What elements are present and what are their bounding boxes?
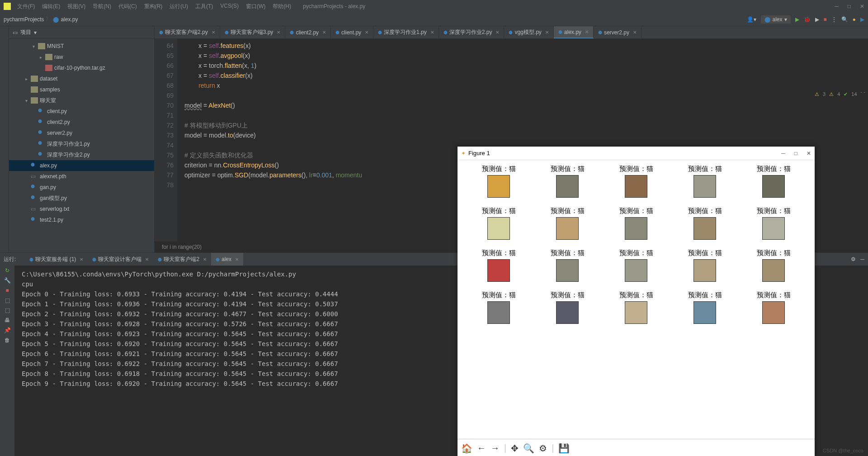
subplots-icon[interactable]: ⚙ — [539, 443, 547, 454]
maximize-icon[interactable]: □ — [848, 3, 851, 10]
more-icon[interactable]: ⋮ — [831, 16, 837, 23]
forward-icon[interactable]: → — [491, 443, 500, 453]
close-tab-icon[interactable]: ✕ — [212, 30, 215, 35]
menu-item[interactable]: 编辑(E) — [39, 2, 63, 11]
tree-item[interactable]: ⬤alex.py — [9, 160, 154, 171]
coverage-icon[interactable]: ▶ — [815, 16, 819, 23]
editor-tab[interactable]: ⬤server2.py✕ — [594, 26, 642, 38]
wrench-icon[interactable]: 🔧 — [4, 277, 11, 284]
pan-icon[interactable]: ✥ — [511, 443, 519, 454]
close-tab-icon[interactable]: ✕ — [585, 29, 589, 34]
close-tab-icon[interactable]: ✕ — [633, 30, 637, 35]
breadcrumb-root[interactable]: pycharmProjects — [4, 16, 44, 23]
trash-icon[interactable]: 🗑 — [5, 337, 10, 343]
sidebar-header[interactable]: ▭ 项目 ▾ — [9, 26, 154, 39]
gear-icon[interactable]: ⚙ — [851, 256, 856, 262]
close-tab-icon[interactable]: ✕ — [545, 30, 549, 35]
tree-item[interactable]: ▸dataset — [9, 73, 154, 84]
close-icon[interactable]: ✕ — [860, 3, 864, 10]
close-icon[interactable]: ✕ — [807, 150, 811, 157]
menu-item[interactable]: 窗口(W) — [243, 2, 268, 11]
chevron-icon[interactable]: ˆ ˇ — [861, 91, 865, 97]
minimize-icon[interactable]: ─ — [781, 150, 785, 157]
editor-tab[interactable]: ⬤client.py✕ — [331, 26, 373, 38]
tree-item[interactable]: ⬤gan.py — [9, 182, 154, 193]
figure-titlebar[interactable]: ✦ Figure 1 ─ □ ✕ — [458, 147, 815, 160]
editor-tab[interactable]: ⬤深度学习作业2.py✕ — [439, 26, 505, 38]
tree-item[interactable]: ▾MNIST — [9, 41, 154, 52]
tree-item[interactable]: ▾聊天室 — [9, 95, 154, 106]
pin-icon[interactable]: 📌 — [4, 327, 11, 333]
user-icon[interactable]: 👤▾ — [747, 16, 756, 23]
breadcrumb-file[interactable]: alex.py — [61, 16, 78, 23]
figure-body: 预测值：猫预测值：猫预测值：猫预测值：猫预测值：猫预测值：猫预测值：猫预测值：猫… — [458, 160, 815, 328]
tree-item[interactable]: ⬤深度学习作业1.py — [9, 138, 154, 149]
stop-icon[interactable]: ■ — [824, 16, 827, 23]
close-tab-icon[interactable]: ✕ — [322, 30, 326, 35]
close-tab-icon[interactable]: ✕ — [277, 30, 280, 35]
breadcrumb[interactable]: pycharmProjects 〉 ⬤ alex.py — [4, 15, 78, 23]
sync-icon[interactable]: ▶ — [860, 16, 864, 23]
run-tab[interactable]: ⬤聊天室设计客户端✕ — [88, 253, 153, 266]
tree-item[interactable]: ⬤test2.1.py — [9, 214, 154, 225]
thumbnail-image — [693, 301, 716, 324]
editor-tab[interactable]: ⬤client2.py✕ — [285, 26, 331, 38]
warning-icon: ⚠ — [829, 91, 834, 97]
menu-item[interactable]: 文件(F) — [14, 2, 38, 11]
tree-item[interactable]: cifar-10-python.tar.gz — [9, 62, 154, 73]
tree-item[interactable]: ⬤client2.py — [9, 117, 154, 128]
tree-item[interactable]: samples — [9, 84, 154, 95]
warning-icon: ⚠ — [815, 91, 819, 97]
layout-icon[interactable]: ⬚ — [5, 297, 10, 304]
menu-item[interactable]: 导航(N) — [90, 2, 114, 11]
search-icon[interactable]: 🔍 — [841, 16, 848, 23]
editor-tab[interactable]: ⬤vgg模型.py✕ — [504, 26, 553, 38]
maximize-icon[interactable]: □ — [794, 150, 797, 157]
stop-icon[interactable]: ■ — [5, 287, 9, 294]
check-icon: ✔ — [844, 91, 848, 97]
run-icon[interactable]: ▶ — [795, 16, 799, 23]
menu-item[interactable]: 重构(R) — [142, 2, 165, 11]
menu-item[interactable]: 工具(T) — [193, 2, 216, 11]
left-tool-strip[interactable] — [0, 26, 9, 252]
close-tab-icon[interactable]: ✕ — [430, 30, 434, 35]
editor-tab[interactable]: ⬤聊天室客户端3.py✕ — [220, 26, 286, 38]
tree-item[interactable]: ⬤server2.py — [9, 128, 154, 138]
chevron-down-icon[interactable]: ▾ — [34, 29, 37, 36]
editor-tab[interactable]: ⬤聊天室客户端2.py✕ — [155, 26, 220, 38]
home-icon[interactable]: 🏠 — [461, 443, 472, 454]
tree-item[interactable]: ▭serverlog.txt — [9, 204, 154, 214]
menu-item[interactable]: VCS(S) — [217, 2, 241, 11]
menu-item[interactable]: 运行(U) — [167, 2, 191, 11]
close-tab-icon[interactable]: ✕ — [365, 30, 368, 35]
menu-item[interactable]: 代码(C) — [116, 2, 140, 11]
figure-window[interactable]: ✦ Figure 1 ─ □ ✕ 预测值：猫预测值：猫预测值：猫预测值：猫预测值… — [458, 147, 815, 456]
tree-item[interactable]: ⬤client.py — [9, 106, 154, 117]
project-tree[interactable]: ▾MNIST▸raw cifar-10-python.tar.gz▸datase… — [9, 39, 154, 252]
run-tab[interactable]: ⬤聊天室客户端2✕ — [153, 253, 211, 266]
editor-tab[interactable]: ⬤深度学习作业1.py✕ — [373, 26, 439, 38]
tree-item[interactable]: ⬤深度学习作业2.py — [9, 149, 154, 160]
tree-item[interactable]: ▸raw — [9, 52, 154, 62]
debug-icon[interactable]: 🐞 — [804, 16, 811, 23]
scroll-icon[interactable]: ⬚ — [5, 307, 10, 314]
print-icon[interactable]: 🖶 — [5, 317, 10, 323]
menu-item[interactable]: 视图(V) — [65, 2, 88, 11]
minimize-icon[interactable]: ─ — [835, 3, 839, 10]
menu-item[interactable]: 帮助(H) — [270, 2, 294, 11]
tree-item[interactable]: ⬤gan模型.py — [9, 193, 154, 204]
py-icon: ⬤ — [31, 162, 38, 169]
run-config-selector[interactable]: ⬤ alex ▾ — [761, 15, 790, 24]
editor-tab[interactable]: ⬤alex.py✕ — [554, 26, 594, 38]
close-tab-icon[interactable]: ✕ — [495, 30, 499, 35]
back-icon[interactable]: ← — [477, 443, 486, 453]
ide-update-icon[interactable]: ● — [853, 16, 856, 23]
rerun-icon[interactable]: ↻ — [5, 267, 9, 274]
run-tab[interactable]: ⬤聊天室服务端 (1)✕ — [25, 253, 88, 266]
save-icon[interactable]: 💾 — [558, 443, 570, 454]
tree-item[interactable]: ▭alexnet.pth — [9, 171, 154, 182]
inspections-widget[interactable]: ⚠3 ⚠4 ✔14 ˆ ˇ — [815, 91, 865, 97]
zoom-icon[interactable]: 🔍 — [523, 443, 534, 454]
hide-icon[interactable]: ─ — [860, 256, 864, 262]
run-tab[interactable]: ⬤alex✕ — [211, 253, 243, 266]
